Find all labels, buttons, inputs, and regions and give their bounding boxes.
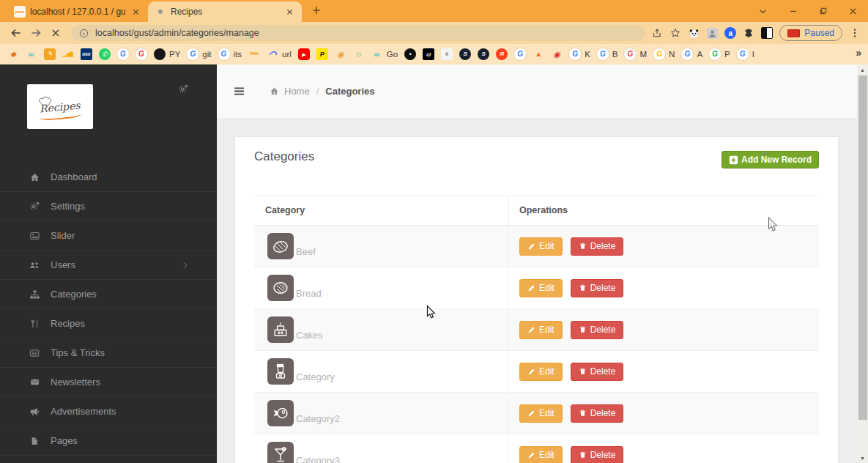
delete-button[interactable]: Delete [571,321,624,339]
extensions-puzzle-icon[interactable] [743,27,754,39]
info-icon[interactable] [79,29,89,38]
stop-button[interactable] [45,23,65,42]
scrollbar-down-icon[interactable]: ▼ [857,453,868,463]
bookmark-item[interactable]: ◆ [7,48,19,60]
close-window-button[interactable] [838,0,868,22]
delete-button[interactable]: Delete [571,237,624,256]
bookmarks-overflow-icon[interactable]: » [856,47,861,59]
bookmark-item[interactable]: ◉ [335,48,346,60]
bookmark-item[interactable]: G [136,48,147,60]
edit-button[interactable]: Edit [519,363,563,381]
delete-button[interactable]: Delete [571,446,624,463]
bookmark-item[interactable]: PMA [248,48,260,60]
table-row: Category Edit Delete [254,351,819,393]
bookmark-item[interactable]: ✆ [99,48,111,60]
panda-extension-icon[interactable] [688,27,700,39]
category-icon [271,278,290,297]
bookmark-item[interactable]: IEEE [81,48,92,60]
bookmark-item[interactable]: Я [496,48,508,60]
bookmark-item[interactable]: • [404,48,416,60]
bookmark-item[interactable]: G git [187,48,211,60]
bookmark-item[interactable]: G A [681,48,702,60]
bookmark-item[interactable]: G its [218,48,242,60]
bookmark-item[interactable]: ∞ [26,48,37,60]
edit-button[interactable]: Edit [519,321,563,339]
back-button[interactable] [6,23,26,42]
bookmark-item[interactable]: ▶ [298,48,310,60]
paused-extension-badge[interactable]: Paused [779,25,842,41]
bookmark-item[interactable]: G K [569,48,590,60]
a-extension-icon[interactable]: a [724,27,736,39]
delete-button[interactable]: Delete [571,404,624,423]
sidebar-item[interactable]: Users [0,251,217,280]
bookmark-item[interactable]: ✎ [44,48,56,60]
tab-recipes[interactable]: Recipes [148,1,302,22]
sidebar-item[interactable]: Recipes [0,309,217,338]
sidebar-item[interactable]: Pages [0,426,217,456]
sidebar-item[interactable]: Categories [0,280,217,309]
scrollbar-up-icon[interactable]: ▲ [857,64,868,75]
operations-cell: Edit Delete [508,351,819,392]
bookmark-item[interactable]: PY [154,48,180,60]
bookmark-star-icon[interactable] [669,27,681,39]
delete-button[interactable]: Delete [571,363,624,381]
gear-icon[interactable] [178,84,189,95]
bookmark-item[interactable]: ∞ Go [371,48,398,60]
delete-button[interactable]: Delete [571,279,624,297]
breadcrumb-home-link[interactable]: Home [284,86,310,97]
sidebar-item[interactable]: Slider [0,221,217,251]
bookmark-item[interactable]: G I [737,48,754,60]
bookmark-item[interactable]: ○ [353,48,365,60]
scrollbar-thumb[interactable] [858,75,867,420]
sidebar-item[interactable]: Settings [0,192,217,221]
tab-close-icon[interactable] [130,6,141,18]
profile-extension-icon[interactable] [706,27,718,39]
bookmark-item[interactable]: ◉ [551,48,563,60]
browser-menu-icon[interactable] [849,27,861,39]
edit-button[interactable]: Edit [519,404,563,423]
add-new-record-button[interactable]: Add New Record [722,151,819,168]
forward-button[interactable] [26,23,45,42]
share-icon[interactable] [651,27,663,39]
sidebar-item[interactable]: Dashboard [0,163,217,192]
sidebar-header: Recipes [0,64,217,163]
new-tab-button[interactable] [307,1,326,20]
edit-button[interactable]: Edit [519,279,563,297]
chevron-down-icon[interactable] [748,0,778,22]
category-image [267,316,294,343]
hamburger-menu-icon[interactable] [233,85,245,97]
bookmark-item[interactable]: G B [597,48,618,60]
bookmark-item[interactable]: ◠ url [267,48,292,60]
edit-button[interactable]: Edit [519,237,563,256]
bookmark-item[interactable]: G [514,48,526,60]
sidebar-item[interactable]: Tips & Tricks [0,338,217,368]
bookmark-item[interactable]: k [441,48,453,60]
recipes-logo[interactable]: Recipes [27,84,93,129]
minimize-button[interactable] [778,0,808,22]
sidebar-item[interactable]: Newsletters [0,368,217,397]
theme-extension-icon[interactable] [761,27,773,39]
bookmark-item[interactable]: G [117,48,129,60]
category-name: Category2 [296,413,340,426]
edit-button[interactable]: Edit [519,446,563,463]
bookmark-item[interactable]: G M [624,48,647,60]
bookmark-item[interactable]: cl [423,48,434,60]
page-scrollbar[interactable]: ▲ ▼ [857,64,868,463]
sidebar-item-label: Tips & Tricks [51,347,105,358]
tab-phpmyadmin[interactable]: pma localhost / 127.0.0.1 / gust / user [7,1,148,22]
sidebar-item[interactable]: Advertisements [0,397,217,426]
bookmark-item[interactable]: S [478,48,489,60]
bookmark-item[interactable]: G P [709,48,730,60]
bookmarks-bar: » ◆ ∞ ✎ ▂▆█ IEEE [0,44,868,64]
bookmark-item[interactable]: ▲ [533,48,544,60]
main-area: Home / Categories Categories Add New Rec… [217,64,868,463]
bookmark-favicon: ∞ [26,48,37,60]
bookmark-item[interactable]: P [316,48,328,60]
bookmark-item[interactable]: ▂▆█ [62,48,74,60]
bookmark-favicon [154,48,166,60]
bookmark-item[interactable]: S [459,48,471,60]
address-bar[interactable]: localhost/gust/admin/categories/manage [71,25,645,41]
tab-close-icon[interactable] [283,6,295,18]
maximize-button[interactable] [808,0,838,22]
bookmark-item[interactable]: G N [653,48,675,60]
